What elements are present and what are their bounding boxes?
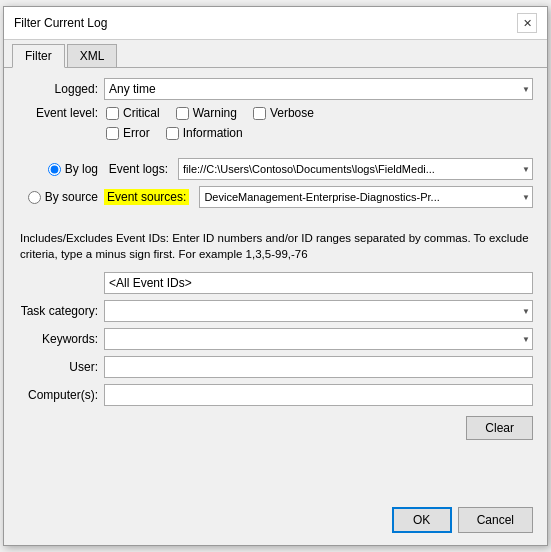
critical-label: Critical <box>123 106 160 120</box>
keywords-select[interactable] <box>104 328 533 350</box>
info-text: Includes/Excludes Event IDs: Enter ID nu… <box>18 230 533 262</box>
by-log-row: By log Event logs: file://C:\Users\Conto… <box>18 158 533 180</box>
event-logs-label: Event logs: <box>104 162 172 176</box>
dialog: Filter Current Log ✕ Filter XML Logged: … <box>3 6 548 546</box>
information-checkbox[interactable] <box>166 127 179 140</box>
event-level-row2: Error Information <box>18 126 533 140</box>
clear-button-row: Clear <box>18 416 533 440</box>
logged-label: Logged: <box>18 82 98 96</box>
verbose-checkbox[interactable] <box>253 107 266 120</box>
by-log-radio[interactable] <box>48 163 61 176</box>
warning-label: Warning <box>193 106 237 120</box>
keywords-row: Keywords: ▼ <box>18 328 533 350</box>
error-label: Error <box>123 126 150 140</box>
cancel-button[interactable]: Cancel <box>458 507 533 533</box>
event-sources-select-wrapper: DeviceManagement-Enterprise-Diagnostics-… <box>199 186 533 208</box>
task-category-row: Task category: ▼ <box>18 300 533 322</box>
critical-checkbox[interactable] <box>106 107 119 120</box>
computer-label: Computer(s): <box>18 388 98 402</box>
event-logs-select-wrapper: file://C:\Users\Contoso\Documents\logs\F… <box>178 158 533 180</box>
logged-row: Logged: Any time Last hour Last 12 hours… <box>18 78 533 100</box>
critical-checkbox-label[interactable]: Critical <box>106 106 160 120</box>
close-button[interactable]: ✕ <box>517 13 537 33</box>
event-sources-highlighted-label: Event sources: <box>104 189 189 205</box>
by-log-label: By log <box>65 162 98 176</box>
task-category-select-wrapper: ▼ <box>104 300 533 322</box>
logged-select-wrapper: Any time Last hour Last 12 hours Last 24… <box>104 78 533 100</box>
event-sources-label-text: Event sources: <box>104 190 193 204</box>
tab-xml[interactable]: XML <box>67 44 118 67</box>
tab-bar: Filter XML <box>4 40 547 68</box>
event-ids-input[interactable] <box>104 272 533 294</box>
by-source-radio-col: By source <box>18 190 98 204</box>
event-level-checkboxes-row1: Critical Warning Verbose <box>104 106 314 120</box>
dialog-title: Filter Current Log <box>14 16 107 30</box>
ok-button[interactable]: OK <box>392 507 452 533</box>
action-button-row: OK Cancel <box>4 499 547 545</box>
by-source-radio-label[interactable]: By source <box>18 190 98 204</box>
task-category-label: Task category: <box>18 304 98 318</box>
verbose-checkbox-label[interactable]: Verbose <box>253 106 314 120</box>
event-level-checkboxes-row2: Error Information <box>104 126 243 140</box>
clear-button[interactable]: Clear <box>466 416 533 440</box>
information-checkbox-label[interactable]: Information <box>166 126 243 140</box>
by-source-radio[interactable] <box>28 191 41 204</box>
event-level-label: Event level: <box>18 106 98 120</box>
logged-select[interactable]: Any time Last hour Last 12 hours Last 24… <box>104 78 533 100</box>
task-category-select[interactable] <box>104 300 533 322</box>
form-content: Logged: Any time Last hour Last 12 hours… <box>4 68 547 499</box>
event-level-row: Event level: Critical Warning Verbose <box>18 106 533 120</box>
error-checkbox-label[interactable]: Error <box>106 126 150 140</box>
warning-checkbox[interactable] <box>176 107 189 120</box>
computer-input[interactable]: <All Computers> <box>104 384 533 406</box>
by-source-row: By source Event sources: DeviceManagemen… <box>18 186 533 208</box>
error-checkbox[interactable] <box>106 127 119 140</box>
computer-row: Computer(s): <All Computers> <box>18 384 533 406</box>
title-bar: Filter Current Log ✕ <box>4 7 547 40</box>
warning-checkbox-label[interactable]: Warning <box>176 106 237 120</box>
user-input[interactable]: <All Users> <box>104 356 533 378</box>
event-ids-row <box>18 272 533 294</box>
keywords-label: Keywords: <box>18 332 98 346</box>
user-row: User: <All Users> <box>18 356 533 378</box>
user-label: User: <box>18 360 98 374</box>
verbose-label: Verbose <box>270 106 314 120</box>
by-source-label: By source <box>45 190 98 204</box>
information-label: Information <box>183 126 243 140</box>
event-logs-select[interactable]: file://C:\Users\Contoso\Documents\logs\F… <box>178 158 533 180</box>
by-log-radio-col: By log <box>18 162 98 176</box>
keywords-select-wrapper: ▼ <box>104 328 533 350</box>
event-sources-select[interactable]: DeviceManagement-Enterprise-Diagnostics-… <box>199 186 533 208</box>
tab-filter[interactable]: Filter <box>12 44 65 68</box>
by-log-radio-label[interactable]: By log <box>18 162 98 176</box>
